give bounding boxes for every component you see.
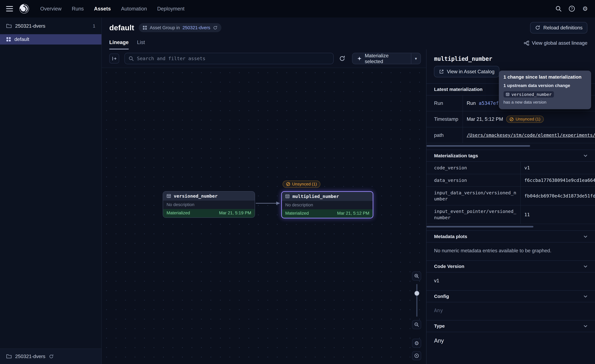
tab-lineage[interactable]: Lineage bbox=[109, 39, 129, 49]
horizontal-scrollbar[interactable] bbox=[426, 145, 530, 147]
lineage-edge-arrow bbox=[256, 201, 281, 206]
reload-definitions-label: Reload definitions bbox=[543, 25, 583, 31]
sidebar-group-row[interactable]: 250321-dvers 1 bbox=[0, 17, 101, 33]
refresh-icon[interactable] bbox=[49, 354, 54, 359]
tag-key: input_event_pointer/versioned_number bbox=[426, 205, 521, 224]
run-id-link[interactable]: a5347ef7 bbox=[479, 100, 502, 106]
graph-controls: ⚙ bbox=[412, 272, 421, 360]
tag-row: input_event_pointer/versioned_number 11 bbox=[426, 205, 595, 224]
section-code-version[interactable]: Code Version bbox=[426, 260, 595, 273]
lineage-graph-section: Materialize selected ▾ Unsynced (1) bbox=[102, 49, 426, 364]
sidebar-footer-label: 250321-dvers bbox=[15, 354, 45, 359]
upstream-asset-name: versioned_number bbox=[511, 92, 552, 97]
asset-node-description: No description bbox=[163, 201, 255, 209]
section-materialization-tags[interactable]: Materialization tags bbox=[426, 150, 595, 162]
dagster-app: Overview Runs Assets Automation Deployme… bbox=[0, 0, 595, 364]
lineage-canvas[interactable]: Unsynced (1) versioned_number No descrip… bbox=[102, 68, 426, 364]
unsynced-badge[interactable]: Unsynced (1) bbox=[283, 181, 320, 188]
main-content: default Asset Group in 250321-dvers Relo… bbox=[102, 17, 595, 364]
materialize-selected-label: Materialize selected bbox=[365, 53, 406, 64]
materialize-selected-button[interactable]: Materialize selected ▾ bbox=[352, 53, 421, 64]
sidebar-group-name: 250321-dvers bbox=[15, 23, 45, 29]
popover-subtitle: 1 upstream data version change bbox=[503, 83, 587, 88]
search-icon bbox=[128, 56, 134, 61]
badge-group-link[interactable]: 250321-dvers bbox=[183, 25, 210, 30]
asset-node-name: versioned_number bbox=[174, 193, 218, 199]
tab-list[interactable]: List bbox=[137, 39, 145, 49]
expand-sidebar-button[interactable] bbox=[109, 54, 119, 63]
badge-prefix: Asset Group in bbox=[150, 25, 180, 30]
nav-item-deployment[interactable]: Deployment bbox=[157, 6, 184, 12]
sync-problem-icon bbox=[510, 117, 514, 121]
table-icon bbox=[285, 194, 290, 199]
hamburger-menu-icon[interactable] bbox=[6, 6, 13, 11]
folder-icon bbox=[6, 354, 12, 359]
asset-groups-sidebar: 250321-dvers 1 default 250321-dvers bbox=[0, 17, 102, 364]
sidebar-item-default[interactable]: default bbox=[0, 34, 101, 44]
refresh-icon bbox=[535, 25, 540, 30]
horizontal-scrollbar[interactable] bbox=[426, 226, 533, 227]
reload-definitions-button[interactable]: Reload definitions bbox=[530, 22, 587, 34]
zoom-out-button[interactable] bbox=[412, 320, 421, 329]
sidebar-footer[interactable]: 250321-dvers bbox=[0, 349, 101, 364]
dagster-logo[interactable] bbox=[19, 3, 29, 14]
search-icon[interactable] bbox=[555, 5, 562, 13]
popover-suffix: has a new data version bbox=[503, 100, 546, 105]
asset-node-name: multiplied_number bbox=[292, 194, 339, 199]
asset-node-description: No description bbox=[282, 201, 373, 209]
materialize-dropdown-caret[interactable]: ▾ bbox=[411, 53, 421, 64]
timestamp-label: Timestamp bbox=[426, 111, 463, 127]
gear-icon: ⚙ bbox=[414, 340, 419, 346]
path-link[interactable]: /Users/smackesey/stm/code/elementl/exper… bbox=[467, 133, 595, 138]
settings-gear-icon[interactable]: ⚙ bbox=[581, 5, 589, 13]
unsynced-badge-label: Unsynced (1) bbox=[292, 182, 317, 187]
sidebar-item-label: default bbox=[14, 36, 29, 42]
nav-item-assets[interactable]: Assets bbox=[94, 6, 111, 12]
popover-title: 1 change since last materialization bbox=[503, 74, 587, 80]
chevron-down-icon bbox=[584, 154, 587, 157]
graph-toolbar: Materialize selected ▾ bbox=[102, 49, 426, 68]
timestamp-row: Timestamp Mar 21, 5:12 PM Unsynced (1) bbox=[426, 111, 595, 127]
recenter-button[interactable] bbox=[412, 351, 421, 360]
unsynced-badge[interactable]: Unsynced (1) bbox=[506, 116, 544, 123]
tag-value: f6ccba1776380941e9cd1ea66481d bbox=[521, 174, 595, 186]
zoom-slider[interactable] bbox=[412, 284, 421, 317]
zoom-in-button[interactable] bbox=[412, 272, 421, 280]
view-in-asset-catalog-button[interactable]: View in Asset Catalog bbox=[434, 66, 499, 77]
section-config[interactable]: Config bbox=[426, 290, 595, 302]
zoom-slider-handle[interactable] bbox=[414, 291, 419, 296]
timestamp-value: Mar 21, 5:12 PM bbox=[467, 116, 503, 122]
asset-node-versioned-number[interactable]: versioned_number No description Material… bbox=[163, 191, 255, 218]
svg-text:?: ? bbox=[571, 7, 573, 11]
help-icon[interactable]: ? bbox=[568, 5, 576, 13]
tabs-row: Lineage List View global asset lineage bbox=[109, 39, 587, 49]
tag-row: input_data_version/versioned_number fb04… bbox=[426, 187, 595, 205]
run-value-prefix: Run bbox=[467, 100, 476, 106]
chevron-down-icon bbox=[584, 265, 587, 268]
section-title: Materialization tags bbox=[434, 153, 478, 158]
asset-search-input[interactable] bbox=[137, 56, 330, 61]
changes-popover: 1 change since last materialization 1 up… bbox=[499, 71, 591, 109]
nav-item-overview[interactable]: Overview bbox=[40, 6, 62, 12]
sparkle-icon bbox=[357, 56, 362, 61]
refresh-icon[interactable] bbox=[213, 25, 218, 30]
nav-item-runs[interactable]: Runs bbox=[72, 6, 84, 12]
primary-nav: Overview Runs Assets Automation Deployme… bbox=[40, 6, 184, 12]
nav-item-automation[interactable]: Automation bbox=[121, 6, 147, 12]
tag-value: fb04dcb6970e4c3d1873de51fd5a5 bbox=[521, 187, 595, 205]
folder-icon bbox=[6, 23, 12, 29]
graph-settings-button[interactable]: ⚙ bbox=[412, 339, 421, 348]
refresh-graph-button[interactable] bbox=[339, 55, 345, 62]
section-metadata-plots[interactable]: Metadata plots bbox=[426, 231, 595, 242]
tag-key: code_version bbox=[426, 162, 521, 174]
type-value: Any bbox=[426, 332, 595, 351]
section-type[interactable]: Type bbox=[426, 320, 595, 332]
asset-node-multiplied-number[interactable]: multiplied_number No description Materia… bbox=[281, 191, 374, 218]
path-row: path /Users/smackesey/stm/code/elementl/… bbox=[426, 127, 595, 143]
asset-group-icon bbox=[6, 37, 11, 42]
asset-details-panel: multiplied_number View in Asset Catalog … bbox=[426, 49, 595, 364]
tag-value: 11 bbox=[521, 205, 595, 224]
view-global-asset-lineage-link[interactable]: View global asset lineage bbox=[524, 40, 587, 49]
panel-asset-title: multiplied_number bbox=[426, 49, 595, 62]
global-lineage-label: View global asset lineage bbox=[532, 40, 587, 46]
